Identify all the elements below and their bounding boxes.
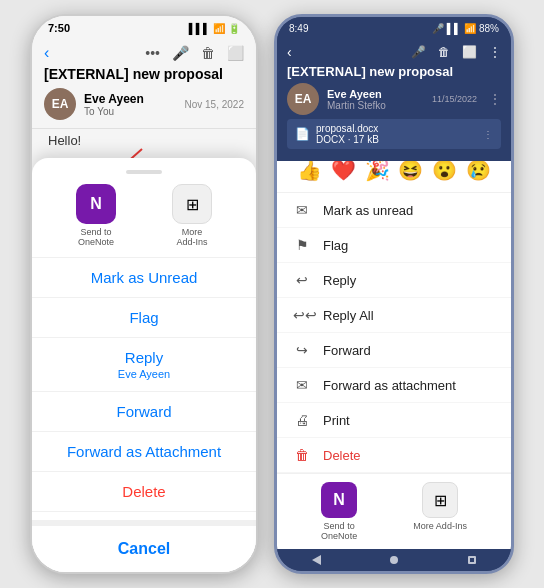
avatar-left: EA <box>44 88 76 120</box>
emoji-heart[interactable]: ❤️ <box>331 161 356 182</box>
more-addins-label: More Add-Ins <box>413 521 467 531</box>
reply-all-icon: ↩↩ <box>293 307 311 323</box>
onenote-label: Send toOneNote <box>78 227 114 247</box>
mark-unread-icon: ✉ <box>293 202 311 218</box>
sender-row-right: EA Eve Ayeen Martin Stefko 11/15/2022 ⋮ <box>287 83 501 115</box>
sender-name-left: Eve Ayeen <box>84 92 177 106</box>
status-bar-right: 8:49 🎤 ▌▌ 📶 88% <box>277 17 511 38</box>
bottom-sheet-right: 👍 ❤️ 🎉 😆 😮 😢 ✉ Mark as unread ⚑ Flag ↩ R… <box>277 161 511 549</box>
more-addins-icon: ⊞ <box>422 482 458 518</box>
attachment-icon: 📄 <box>295 127 310 141</box>
time-right: 8:49 <box>289 23 308 34</box>
reply-item-right[interactable]: ↩ Reply <box>277 263 511 298</box>
flag-item[interactable]: Flag <box>32 298 256 338</box>
email-date-left: Nov 15, 2022 <box>185 99 245 110</box>
emoji-thumbs-up[interactable]: 👍 <box>297 161 322 182</box>
battery-right: 88% <box>479 23 499 34</box>
back-button-left[interactable]: ‹ <box>44 44 49 62</box>
sender-name-right: Eve Ayeen <box>327 88 424 100</box>
archive-icon-right[interactable]: ⬜ <box>462 45 477 59</box>
sender-info-left: Eve Ayeen To You <box>84 92 177 117</box>
onenote-addin-label: Send toOneNote <box>321 521 357 541</box>
cancel-button[interactable]: Cancel <box>32 520 256 572</box>
more-icon-right[interactable]: ⋮ <box>489 45 501 59</box>
forward-attachment-icon: ✉ <box>293 377 311 393</box>
nav-recent-button[interactable] <box>468 556 476 564</box>
emoji-laugh[interactable]: 😆 <box>398 161 423 182</box>
sheet-handle <box>126 170 162 174</box>
sender-sub-right: Martin Stefko <box>327 100 424 111</box>
email-subject-left: [EXTERNAL] new proposal <box>44 66 244 82</box>
mark-unread-item[interactable]: Mark as Unread <box>32 258 256 298</box>
attachment-more[interactable]: ⋮ <box>483 129 493 140</box>
nav-home-button[interactable] <box>390 556 398 564</box>
flag-icon: ⚑ <box>293 237 311 253</box>
forward-attachment-item[interactable]: Forward as Attachment <box>32 432 256 472</box>
more-email-icon[interactable]: ⋮ <box>489 92 501 106</box>
email-header-right: ‹ 🎤 🗑 ⬜ ⋮ [EXTERNAL] new proposal EA Eve… <box>277 38 511 161</box>
status-bar-left: 7:50 ▌▌▌ 📶 🔋 <box>32 16 256 38</box>
attachment-size: DOCX · 17 kB <box>316 134 379 145</box>
sender-row-left: EA Eve Ayeen To You Nov 15, 2022 <box>44 88 244 120</box>
mic-icon-email-right[interactable]: 🎤 <box>411 45 426 59</box>
print-item-right[interactable]: 🖨 Print <box>277 403 511 438</box>
status-icons-right: 🎤 ▌▌ 📶 88% <box>432 23 499 34</box>
delete-item-right[interactable]: 🗑 Delete <box>277 438 511 473</box>
trash-icon[interactable]: 🗑 <box>201 45 215 61</box>
right-phone: 8:49 🎤 ▌▌ 📶 88% ‹ 🎤 🗑 ⬜ ⋮ [EXTERNAL] new… <box>274 14 514 574</box>
addins-row-right: N Send toOneNote ⊞ More Add-Ins <box>277 473 511 549</box>
more-addins-addin[interactable]: ⊞ More Add-Ins <box>413 482 467 541</box>
onenote-action[interactable]: N Send toOneNote <box>76 184 116 247</box>
header-icons-left: ••• 🎤 🗑 ⬜ <box>145 45 244 61</box>
emoji-party[interactable]: 🎉 <box>365 161 390 182</box>
onenote-addin-icon: N <box>321 482 357 518</box>
attachment-name: proposal.docx <box>316 123 379 134</box>
mark-unread-item-right[interactable]: ✉ Mark as unread <box>277 193 511 228</box>
bottom-sheet-left: N Send toOneNote ⊞ MoreAdd-Ins Mark as U… <box>32 158 256 572</box>
quick-actions-left: N Send toOneNote ⊞ MoreAdd-Ins <box>32 184 256 258</box>
back-button-right[interactable]: ‹ <box>287 44 292 60</box>
reply-item[interactable]: Reply Eve Ayeen <box>32 338 256 392</box>
mic-icon-right: 🎤 <box>432 23 444 34</box>
wifi-icon: 📶 <box>213 23 225 34</box>
email-subject-right: [EXTERNAL] new proposal <box>287 64 501 79</box>
addins-action[interactable]: ⊞ MoreAdd-Ins <box>172 184 212 247</box>
hello-left: Hello! <box>48 133 81 148</box>
nav-row-left: ‹ ••• 🎤 🗑 ⬜ <box>44 44 244 62</box>
more-icon[interactable]: ••• <box>145 45 160 61</box>
onenote-addin[interactable]: N Send toOneNote <box>321 482 357 541</box>
sender-info-right: Eve Ayeen Martin Stefko <box>327 88 424 111</box>
archive-icon[interactable]: ⬜ <box>227 45 244 61</box>
forward-item[interactable]: Forward <box>32 392 256 432</box>
email-header-left: ‹ ••• 🎤 🗑 ⬜ [EXTERNAL] new proposal EA E… <box>32 38 256 129</box>
signal-icon-right: ▌▌ <box>447 23 461 34</box>
emoji-wow[interactable]: 😮 <box>432 161 457 182</box>
mic-icon[interactable]: 🎤 <box>172 45 189 61</box>
onenote-icon: N <box>76 184 116 224</box>
header-icons-right: 🎤 🗑 ⬜ ⋮ <box>411 45 501 59</box>
forward-item-right[interactable]: ↪ Forward <box>277 333 511 368</box>
delete-item[interactable]: Delete <box>32 472 256 512</box>
left-phone: 7:50 ▌▌▌ 📶 🔋 ‹ ••• 🎤 🗑 ⬜ [EXTERNAL] new … <box>30 14 258 574</box>
trash-icon-right[interactable]: 🗑 <box>438 45 450 59</box>
reply-all-item-right[interactable]: ↩↩ Reply All <box>277 298 511 333</box>
attachment-row: 📄 proposal.docx DOCX · 17 kB ⋮ <box>287 119 501 149</box>
flag-item-right[interactable]: ⚑ Flag <box>277 228 511 263</box>
reply-icon: ↩ <box>293 272 311 288</box>
wifi-icon-right: 📶 <box>464 23 476 34</box>
email-body-right: Hello! 👍 ❤️ 🎉 😆 😮 😢 ✉ <box>277 161 511 549</box>
nav-back-button[interactable] <box>312 555 321 565</box>
print-icon: 🖨 <box>293 412 311 428</box>
addins-icon: ⊞ <box>172 184 212 224</box>
forward-icon: ↪ <box>293 342 311 358</box>
avatar-right: EA <box>287 83 319 115</box>
email-body-left: Hello! N Send toOneNote <box>32 129 256 572</box>
delete-icon: 🗑 <box>293 447 311 463</box>
nav-row-right: ‹ 🎤 🗑 ⬜ ⋮ <box>287 44 501 60</box>
time-left: 7:50 <box>48 22 70 34</box>
email-date-right: 11/15/2022 <box>432 94 477 104</box>
sender-to-left: To You <box>84 106 177 117</box>
emoji-cry[interactable]: 😢 <box>466 161 491 182</box>
battery-icon: 🔋 <box>228 23 240 34</box>
forward-attachment-item-right[interactable]: ✉ Forward as attachment <box>277 368 511 403</box>
